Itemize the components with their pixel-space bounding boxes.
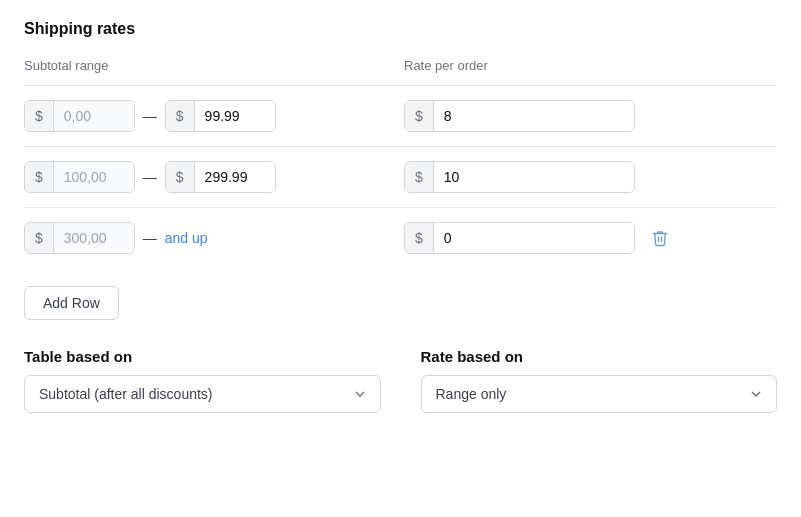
rate-input-wrapper: $	[404, 161, 635, 193]
rate-based-select[interactable]: Range only Percentage Flat rate	[421, 375, 778, 413]
currency-prefix: $	[25, 223, 54, 253]
trash-icon	[651, 229, 669, 247]
add-row-button[interactable]: Add Row	[24, 286, 119, 320]
rate-col: $	[404, 100, 777, 132]
rate-based-label: Rate based on	[421, 348, 778, 365]
table-based-label: Table based on	[24, 348, 381, 365]
rate-input[interactable]	[434, 223, 634, 253]
and-up-label: and up	[165, 230, 208, 246]
range-separator: —	[143, 230, 157, 246]
to-input[interactable]	[195, 162, 275, 192]
page-title: Shipping rates	[24, 20, 777, 38]
from-input[interactable]	[54, 223, 134, 253]
table-row: $ — $ $	[24, 85, 777, 146]
from-input-wrapper: $	[24, 161, 135, 193]
currency-prefix: $	[405, 101, 434, 131]
currency-prefix: $	[405, 162, 434, 192]
to-input-wrapper: $	[165, 100, 276, 132]
currency-prefix: $	[405, 223, 434, 253]
currency-prefix: $	[166, 162, 195, 192]
delete-row-button[interactable]	[643, 225, 677, 251]
bottom-section: Table based on Subtotal (after all disco…	[24, 348, 777, 413]
rate-input[interactable]	[434, 101, 634, 131]
rate-input-wrapper: $	[404, 222, 635, 254]
to-input[interactable]	[195, 101, 275, 131]
rate-col: $	[404, 222, 777, 254]
range-header: Subtotal range	[24, 58, 404, 73]
table-based-select[interactable]: Subtotal (after all discounts) Subtotal …	[24, 375, 381, 413]
table-based-group: Table based on Subtotal (after all disco…	[24, 348, 381, 413]
rate-based-group: Rate based on Range only Percentage Flat…	[421, 348, 778, 413]
from-input[interactable]	[54, 162, 134, 192]
rate-input[interactable]	[434, 162, 634, 192]
currency-prefix: $	[25, 101, 54, 131]
currency-prefix: $	[166, 101, 195, 131]
page-container: Shipping rates Subtotal range Rate per o…	[24, 20, 777, 413]
rate-input-wrapper: $	[404, 100, 635, 132]
range-col: $ — and up	[24, 222, 404, 254]
table-row: $ — and up $	[24, 207, 777, 268]
from-input[interactable]	[54, 101, 134, 131]
rate-col: $	[404, 161, 777, 193]
to-input-wrapper: $	[165, 161, 276, 193]
from-input-wrapper: $	[24, 100, 135, 132]
range-separator: —	[143, 169, 157, 185]
from-input-wrapper: $	[24, 222, 135, 254]
range-separator: —	[143, 108, 157, 124]
rate-header: Rate per order	[404, 58, 777, 73]
range-col: $ — $	[24, 161, 404, 193]
currency-prefix: $	[25, 162, 54, 192]
range-col: $ — $	[24, 100, 404, 132]
table-row: $ — $ $	[24, 146, 777, 207]
